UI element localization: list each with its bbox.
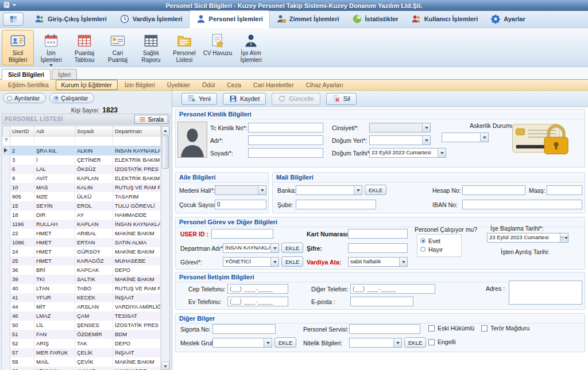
ribbon-button-ise-alim[interactable]: İşe Alım İşlemleri xyxy=(235,30,267,65)
table-row[interactable]: 41YFURKECEKİNŞAAT xyxy=(3,293,161,302)
banka-select[interactable] xyxy=(296,185,362,195)
sub-tab[interactable]: Kurum İçi Eğitimler xyxy=(56,80,118,90)
table-row[interactable]: 1196RULLAHKAPLANİNSAN KAYNAKLARI xyxy=(3,220,161,229)
dropdown-arrow-icon[interactable] xyxy=(480,133,488,142)
sub-tab[interactable]: Eğitim-Sertifika xyxy=(3,80,54,89)
ribbon-tab-ayarlar[interactable]: Ayarlar xyxy=(484,11,532,28)
calendar-dropdown-icon[interactable] xyxy=(560,233,568,242)
calendar-dropdown-icon[interactable] xyxy=(438,149,446,157)
kart-numarasi-input[interactable] xyxy=(348,229,408,239)
cep-telefonu-input[interactable] xyxy=(227,284,288,294)
iban-input[interactable] xyxy=(462,200,582,209)
table-row[interactable]: 6LALÖKSÜZİZOSTATİK PRES xyxy=(3,165,161,174)
sub-tab[interactable]: Ödül xyxy=(197,80,220,89)
filter-cell[interactable] xyxy=(75,136,113,146)
banka-ekle-button[interactable]: EKLE xyxy=(365,185,386,195)
table-row[interactable]: 22HMETARIBALMAKİNE BAKIM xyxy=(3,229,161,238)
medeni-hali-select[interactable] xyxy=(215,185,266,195)
table-row[interactable]: 50LİLŞENSESİZOSTATİK PRES xyxy=(3,321,161,330)
askerlik-select[interactable] xyxy=(442,133,489,142)
table-row[interactable]: 60LEYMANALMAZHAMMADDE xyxy=(3,367,161,370)
ribbon-button-izin-islemleri[interactable]: İzin İşlemleri xyxy=(35,30,67,65)
radio-evet[interactable]: Evet xyxy=(420,236,458,245)
gorevi-select[interactable]: YÖNETİCİ xyxy=(223,257,279,267)
scroll-down-icon[interactable] xyxy=(161,361,169,370)
depart​man-select[interactable]: İNSAN KAYNAKLARI xyxy=(223,243,279,253)
filter-row[interactable] xyxy=(3,136,161,146)
column-header-departman[interactable]: Departman xyxy=(113,126,161,136)
filter-cell[interactable] xyxy=(10,136,34,146)
sub-tab[interactable]: İzin Bilgileri xyxy=(119,80,160,89)
maas-input[interactable] xyxy=(547,185,582,195)
tc-kimlik-input[interactable] xyxy=(248,123,323,133)
sub-tab[interactable]: Ceza xyxy=(222,80,246,89)
table-row[interactable]: 44MİTARSLANVARDIYA AMİRLİĞİ xyxy=(3,302,161,311)
adi-input[interactable] xyxy=(248,135,323,145)
ise-baslama-picker[interactable]: 23 Eylül 2023 Cumartesi xyxy=(487,233,568,243)
dogum-yeri-select[interactable] xyxy=(369,135,431,145)
sigorta-no-input[interactable] xyxy=(212,324,276,334)
table-header-row[interactable]: UserID Adı Soyadı Departman xyxy=(3,126,161,136)
scroll-track[interactable] xyxy=(161,169,169,361)
quick-access-dropdown-icon[interactable] xyxy=(13,4,16,8)
ribbon-tab-personel[interactable]: Personel İşlemleri xyxy=(189,10,270,28)
table-row[interactable]: 52ARİŞTAKDEPO xyxy=(3,339,161,348)
cocuk-sayisi-input[interactable] xyxy=(215,200,266,209)
quick-access-toolbar[interactable] xyxy=(3,1,16,9)
table-row[interactable]: 36BRİKAPCAKDEPO xyxy=(3,266,161,275)
column-header-adi[interactable]: Adı xyxy=(34,126,75,136)
personel-servisi-input[interactable] xyxy=(349,324,420,334)
sort-button[interactable]: Sırala xyxy=(134,115,168,124)
document-tab[interactable]: İşleri xyxy=(52,69,77,79)
soyadi-input[interactable] xyxy=(248,148,323,158)
departman-ekle-button[interactable]: EKLE xyxy=(281,243,303,253)
checkbox-engelli[interactable]: Engelli xyxy=(428,338,456,345)
dropdown-arrow-icon[interactable] xyxy=(422,123,430,132)
table-row[interactable]: 25HMETKARAGÖZMUHASEBE xyxy=(3,256,161,266)
dropdown-arrow-icon[interactable] xyxy=(354,186,362,194)
eposta-input[interactable] xyxy=(350,297,413,306)
filter-pill[interactable]: Çalışanlar xyxy=(49,93,94,103)
scroll-thumb[interactable] xyxy=(162,135,169,169)
dropdown-arrow-icon[interactable] xyxy=(270,258,278,266)
dogum-tarihi-picker[interactable]: 23 Eylül 2023 Cumartesi xyxy=(369,148,446,158)
radio-hayir[interactable]: Hayır xyxy=(420,245,458,254)
dropdown-arrow-icon[interactable] xyxy=(264,338,272,347)
filter-pill[interactable]: Ayrılanlar xyxy=(3,93,46,103)
table-row[interactable]: 3İÇETİNERELEKTRİK BAKIM xyxy=(3,155,161,165)
sube-input[interactable] xyxy=(296,200,376,209)
table-row[interactable]: 18DIRAYHAMMADDE xyxy=(3,211,161,220)
sub-tab[interactable]: Cari Hareketler xyxy=(248,80,299,89)
table-row[interactable]: 10MASKALINRUTUŞ VE RAM PRES xyxy=(3,183,161,192)
ribbon-tab-giris-cikis[interactable]: Giriş-Çıkış İşlemleri xyxy=(28,11,113,28)
ribbon-tab-zimmet[interactable]: Zimmet İşlemleri xyxy=(270,11,346,28)
hesap-no-input[interactable] xyxy=(462,185,525,195)
table-row[interactable]: 46LMAZÇAMTESISAT xyxy=(3,311,161,321)
table-row[interactable]: 1086HMETERTANSATIN ALMA xyxy=(3,238,161,247)
diger-telefon-input[interactable] xyxy=(350,284,435,294)
meslek-grubu-select[interactable] xyxy=(212,338,272,348)
user-id-input[interactable] xyxy=(211,229,273,239)
application-menu-button[interactable] xyxy=(3,13,24,26)
photo-placeholder[interactable] xyxy=(177,122,207,158)
ribbon-button-saglik-raporu[interactable]: Sağlık Raporu xyxy=(135,30,167,65)
gorevi-ekle-button[interactable]: EKLE xyxy=(281,256,303,267)
sub-tab[interactable]: Üyelikler xyxy=(162,80,195,89)
sifre-input[interactable] xyxy=(348,243,408,253)
adres-textarea[interactable] xyxy=(509,281,582,305)
table-row[interactable]: 905MZEÜLKÜTASARIM xyxy=(3,192,161,201)
scroll-up-icon[interactable] xyxy=(161,126,169,135)
checkbox-teror-magduru[interactable]: Terör Mağduru xyxy=(481,325,529,332)
column-header-userid[interactable]: UserID xyxy=(10,126,34,136)
ribbon-button-sicil-bilgileri[interactable]: Sicil Bilgileri xyxy=(2,30,34,65)
table-row[interactable]: 40LTANTABORUTUŞ VE RAM PRES xyxy=(3,284,161,293)
table-row[interactable]: 15SEYİNEROLTULU GÖREVLİ xyxy=(3,201,161,211)
ribbon-button-cv-havuzu[interactable]: CV Havuzu xyxy=(202,30,234,65)
ribbon-tab-istatistikler[interactable]: İstatistikler xyxy=(346,11,405,28)
yeni-button[interactable]: Yeni xyxy=(181,93,217,105)
filter-cell[interactable] xyxy=(113,136,161,146)
sub-tab[interactable]: Cihaz Ayarları xyxy=(300,80,348,89)
ribbon-tab-kullanici[interactable]: Kullanıcı İşlemleri xyxy=(405,11,485,28)
vertical-scrollbar[interactable] xyxy=(161,126,169,370)
meslek-ekle-button[interactable]: EKLE xyxy=(274,337,296,348)
